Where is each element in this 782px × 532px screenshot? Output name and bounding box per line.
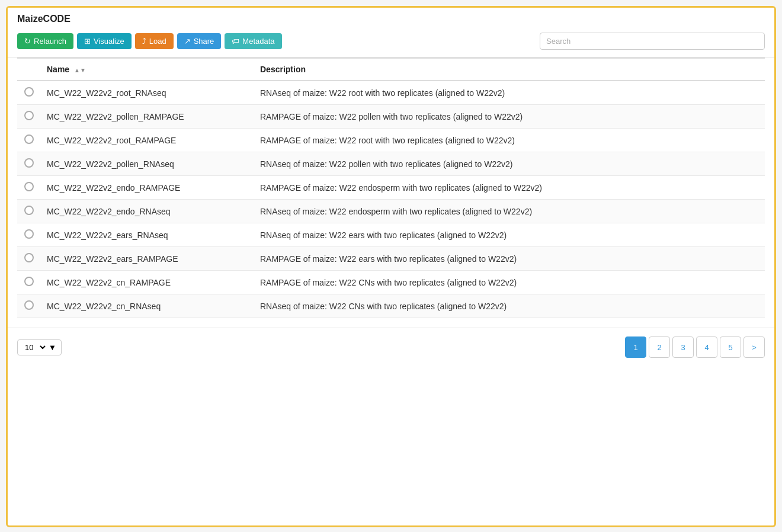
- share-button[interactable]: ↗ Share: [177, 33, 222, 49]
- pagination-page-3[interactable]: 3: [672, 336, 694, 358]
- table-body: MC_W22_W22v2_root_RNAseq RNAseq of maize…: [17, 81, 765, 318]
- search-container: [540, 33, 765, 50]
- radio-button[interactable]: [24, 158, 34, 168]
- table-row: MC_W22_W22v2_cn_RNAseq RNAseq of maize: …: [17, 294, 765, 318]
- row-description-cell: RAMPAGE of maize: W22 endosperm with two…: [254, 176, 765, 200]
- page-size-select-input[interactable]: 10 25 50 100: [23, 342, 47, 352]
- page-size-selector[interactable]: 10 25 50 100 ▼: [17, 339, 62, 355]
- pagination-page-1[interactable]: 1: [625, 336, 646, 358]
- pagination-page-2[interactable]: 2: [649, 336, 670, 358]
- radio-button[interactable]: [24, 229, 34, 239]
- table-row: MC_W22_W22v2_root_RNAseq RNAseq of maize…: [17, 81, 765, 105]
- row-name-cell: MC_W22_W22v2_cn_RAMPAGE: [41, 271, 254, 294]
- share-icon: ↗: [184, 37, 191, 46]
- pagination-page-5[interactable]: 5: [720, 336, 741, 358]
- visualize-button[interactable]: ⊞ Visualize: [77, 33, 132, 49]
- relaunch-icon: ↻: [24, 37, 31, 46]
- table-row: MC_W22_W22v2_pollen_RNAseq RNAseq of mai…: [17, 152, 765, 176]
- table-row: MC_W22_W22v2_ears_RAMPAGE RAMPAGE of mai…: [17, 247, 765, 271]
- row-description-cell: RAMPAGE of maize: W22 pollen with two re…: [254, 105, 765, 129]
- pagination-next-button[interactable]: >: [743, 336, 765, 358]
- toolbar: ↻ Relaunch ⊞ Visualize ⤴ Load ↗ Share 🏷: [17, 29, 765, 53]
- data-table: Name ▲▼ Description MC_W22_W22v2_root_RN…: [17, 57, 765, 318]
- row-name-cell: MC_W22_W22v2_cn_RNAseq: [41, 294, 254, 318]
- row-radio-cell[interactable]: [17, 105, 41, 129]
- app-title: MaizeCODE: [17, 14, 765, 24]
- radio-button[interactable]: [24, 206, 34, 215]
- table-row: MC_W22_W22v2_endo_RNAseq RNAseq of maize…: [17, 200, 765, 223]
- col-header-description: Description: [254, 58, 765, 81]
- col-header-check: [17, 58, 41, 81]
- dropdown-arrow-icon: ▼: [49, 343, 56, 352]
- visualize-icon: ⊞: [84, 37, 91, 46]
- row-description-cell: RNAseq of maize: W22 root with two repli…: [254, 81, 765, 105]
- row-description-cell: RNAseq of maize: W22 CNs with two replic…: [254, 294, 765, 318]
- row-radio-cell[interactable]: [17, 129, 41, 152]
- row-name-cell: MC_W22_W22v2_root_RAMPAGE: [41, 129, 254, 152]
- search-input[interactable]: [540, 33, 765, 50]
- row-description-cell: RNAseq of maize: W22 pollen with two rep…: [254, 152, 765, 176]
- row-name-cell: MC_W22_W22v2_ears_RAMPAGE: [41, 247, 254, 271]
- row-name-cell: MC_W22_W22v2_endo_RNAseq: [41, 200, 254, 223]
- radio-button[interactable]: [24, 111, 34, 120]
- app-container: MaizeCODE ↻ Relaunch ⊞ Visualize ⤴ Load …: [6, 6, 776, 527]
- row-description-cell: RAMPAGE of maize: W22 CNs with two repli…: [254, 271, 765, 294]
- row-radio-cell[interactable]: [17, 200, 41, 223]
- radio-button[interactable]: [24, 300, 34, 310]
- table-row: MC_W22_W22v2_endo_RAMPAGE RAMPAGE of mai…: [17, 176, 765, 200]
- radio-button[interactable]: [24, 87, 34, 97]
- load-icon: ⤴: [142, 37, 146, 46]
- row-radio-cell[interactable]: [17, 294, 41, 318]
- radio-button[interactable]: [24, 253, 34, 262]
- row-radio-cell[interactable]: [17, 176, 41, 200]
- pagination-page-4[interactable]: 4: [696, 336, 717, 358]
- toolbar-buttons: ↻ Relaunch ⊞ Visualize ⤴ Load ↗ Share 🏷: [17, 33, 282, 49]
- row-description-cell: RNAseq of maize: W22 endosperm with two …: [254, 200, 765, 223]
- row-radio-cell[interactable]: [17, 271, 41, 294]
- col-header-name[interactable]: Name ▲▼: [41, 58, 254, 81]
- table-row: MC_W22_W22v2_root_RAMPAGE RAMPAGE of mai…: [17, 129, 765, 152]
- main-content: Name ▲▼ Description MC_W22_W22v2_root_RN…: [8, 57, 774, 328]
- radio-button[interactable]: [24, 277, 34, 286]
- table-row: MC_W22_W22v2_pollen_RAMPAGE RAMPAGE of m…: [17, 105, 765, 129]
- pagination: 12345>: [625, 336, 765, 358]
- metadata-icon: 🏷: [232, 37, 239, 46]
- row-radio-cell[interactable]: [17, 81, 41, 105]
- metadata-button[interactable]: 🏷 Metadata: [225, 33, 281, 49]
- row-name-cell: MC_W22_W22v2_pollen_RNAseq: [41, 152, 254, 176]
- row-name-cell: MC_W22_W22v2_pollen_RAMPAGE: [41, 105, 254, 129]
- row-name-cell: MC_W22_W22v2_endo_RAMPAGE: [41, 176, 254, 200]
- row-name-cell: MC_W22_W22v2_root_RNAseq: [41, 81, 254, 105]
- row-radio-cell[interactable]: [17, 223, 41, 247]
- row-description-cell: RAMPAGE of maize: W22 root with two repl…: [254, 129, 765, 152]
- table-row: MC_W22_W22v2_cn_RAMPAGE RAMPAGE of maize…: [17, 271, 765, 294]
- relaunch-button[interactable]: ↻ Relaunch: [17, 33, 73, 49]
- row-description-cell: RAMPAGE of maize: W22 ears with two repl…: [254, 247, 765, 271]
- table-header: Name ▲▼ Description: [17, 58, 765, 81]
- row-description-cell: RNAseq of maize: W22 ears with two repli…: [254, 223, 765, 247]
- load-button[interactable]: ⤴ Load: [135, 33, 174, 49]
- radio-button[interactable]: [24, 134, 34, 144]
- row-radio-cell[interactable]: [17, 247, 41, 271]
- row-name-cell: MC_W22_W22v2_ears_RNAseq: [41, 223, 254, 247]
- footer: 10 25 50 100 ▼ 12345>: [8, 328, 774, 366]
- table-row: MC_W22_W22v2_ears_RNAseq RNAseq of maize…: [17, 223, 765, 247]
- radio-button[interactable]: [24, 182, 34, 191]
- row-radio-cell[interactable]: [17, 152, 41, 176]
- sort-arrows-icon: ▲▼: [74, 67, 86, 73]
- app-header: MaizeCODE ↻ Relaunch ⊞ Visualize ⤴ Load …: [8, 8, 774, 57]
